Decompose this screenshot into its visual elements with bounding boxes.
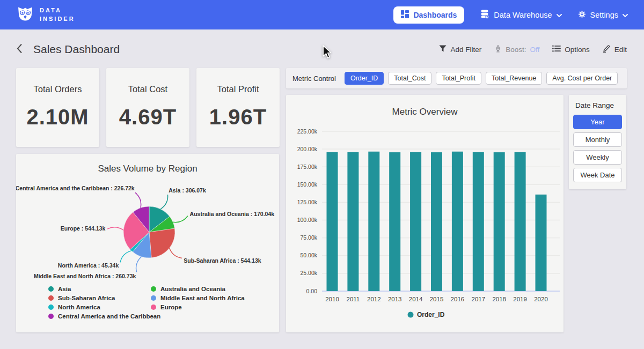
header-actions: Add Filter Boost: Off — [439, 44, 627, 54]
date-range-year[interactable]: Year — [573, 115, 622, 129]
date-range-week-date[interactable]: Week Date — [573, 168, 622, 182]
pie-slice-sub-saharan-africa[interactable] — [149, 228, 175, 258]
bar-2018[interactable] — [494, 152, 505, 291]
legend-item-central-america-and-the-caribbean[interactable]: Central America and the Caribbean — [48, 313, 151, 320]
chevron-down-icon — [623, 11, 628, 19]
nav-data-warehouse-label: Data Warehouse — [494, 11, 552, 19]
pie-leader-line — [107, 227, 123, 231]
legend-dot — [151, 286, 156, 292]
metric-chip-order-id[interactable]: Order_ID — [345, 72, 384, 85]
metric-chip-total-cost[interactable]: Total_Cost — [388, 72, 431, 85]
bar-2013[interactable] — [389, 152, 400, 291]
kpi-value: 1.96T — [209, 105, 267, 129]
pie-label-sub-saharan-africa: Sub-Saharan Africa : 544.13k — [184, 257, 261, 264]
metric-overview-card: Metric Overview 0.0025.00k50.00k75.00k10… — [286, 95, 564, 332]
date-range-label: Date Range — [575, 101, 622, 109]
database-icon — [480, 10, 489, 20]
kpi-label: Total Profit — [217, 84, 259, 94]
add-filter-button[interactable]: Add Filter — [439, 45, 481, 54]
legend-dot — [48, 295, 54, 301]
metric-chip-avg-cost-per-order[interactable]: Avg. Cost per Order — [546, 72, 618, 85]
kpi-card-total-orders: Total Orders 2.10M — [16, 68, 99, 147]
bar-legend-dot — [408, 312, 414, 318]
options-list-icon — [552, 45, 561, 54]
y-tick-label: 50.00k — [300, 252, 317, 258]
bar-2011[interactable] — [347, 152, 358, 291]
legend-label: North America — [58, 304, 100, 310]
pie-legend: AsiaAustralia and OceaniaSub-Saharan Afr… — [48, 286, 245, 320]
bar-2012[interactable] — [368, 152, 379, 291]
back-button[interactable] — [15, 42, 24, 56]
gear-icon — [578, 10, 586, 20]
brand[interactable]: DATA INSIDER — [16, 5, 75, 25]
legend-item-asia[interactable]: Asia — [48, 286, 151, 292]
legend-dot — [151, 295, 156, 301]
legend-item-europe[interactable]: Europe — [151, 304, 245, 310]
nav-data-warehouse-button[interactable]: Data Warehouse — [480, 10, 561, 20]
boost-state: Off — [530, 46, 539, 54]
x-tick-label: 2018 — [492, 296, 506, 302]
bar-chart-svg: 0.0025.00k50.00k75.00k100.00k125.00k150.… — [286, 121, 564, 324]
legend-item-australia-and-oceania[interactable]: Australia and Oceania — [151, 286, 245, 292]
filter-funnel-icon — [439, 45, 447, 54]
legend-label: Europe — [160, 304, 182, 310]
metric-control-options: Order_IDTotal_CostTotal_ProfitTotal_Reve… — [345, 72, 618, 85]
legend-label: Australia and Oceania — [160, 286, 225, 292]
chevron-down-icon — [557, 11, 562, 19]
back-chevron-icon — [16, 43, 23, 55]
metric-control-bar: Metric Control Order_IDTotal_CostTotal_P… — [286, 68, 627, 88]
bar-2017[interactable] — [473, 152, 484, 291]
date-range-panel: Date Range YearMonthlyWeeklyWeek Date — [569, 95, 626, 189]
bar-2020[interactable] — [536, 195, 547, 291]
kpi-value: 2.10M — [26, 105, 89, 129]
edit-button[interactable]: Edit — [603, 44, 627, 54]
pie-label-central-america-and-the-caribbean: Central America and the Caribbean : 226.… — [16, 185, 135, 191]
metric-control-label: Metric Control — [292, 75, 336, 83]
nav-dashboards-button[interactable]: Dashboards — [393, 6, 464, 24]
legend-dot — [48, 305, 54, 310]
nav-settings-label: Settings — [590, 11, 618, 19]
x-tick-label: 2013 — [388, 296, 402, 302]
nav-settings-button[interactable]: Settings — [578, 10, 628, 20]
legend-dot — [48, 314, 54, 319]
y-tick-label: 25.00k — [300, 270, 317, 276]
date-range-weekly[interactable]: Weekly — [573, 150, 622, 165]
pie-label-north-america: North America : 45.34k — [58, 262, 119, 269]
bar-2016[interactable] — [452, 152, 463, 291]
legend-item-middle-east-and-north-africa[interactable]: Middle East and North Africa — [151, 295, 245, 301]
kpi-card-total-cost: Total Cost 4.69T — [106, 68, 189, 147]
kpi-label: Total Cost — [128, 84, 167, 94]
owl-logo-icon — [16, 5, 34, 25]
nav-dashboards-label: Dashboards — [413, 11, 457, 19]
legend-item-north-america[interactable]: North America — [48, 304, 151, 310]
pie-leader-line — [136, 257, 142, 272]
metric-chip-total-profit[interactable]: Total_Profit — [436, 72, 481, 85]
options-button[interactable]: Options — [552, 45, 590, 54]
legend-label: Central America and the Caribbean — [58, 313, 160, 320]
y-tick-label: 125.00k — [297, 199, 318, 205]
bar-2015[interactable] — [431, 152, 442, 291]
pie-leader-line — [160, 195, 167, 209]
x-tick-label: 2017 — [472, 296, 486, 302]
legend-dot — [48, 286, 54, 292]
page-header: Sales Dashboard Add Filter Boost: Off — [15, 41, 627, 58]
bar-legend-label[interactable]: Order_ID — [417, 311, 445, 318]
y-tick-label: 75.00k — [300, 234, 317, 241]
bar-2010[interactable] — [327, 152, 338, 291]
kpi-label: Total Orders — [34, 84, 82, 94]
legend-label: Sub-Saharan Africa — [58, 295, 115, 301]
legend-item-sub-saharan-africa[interactable]: Sub-Saharan Africa — [48, 295, 151, 301]
bar-2019[interactable] — [515, 152, 526, 291]
boost-toggle[interactable]: Boost: Off — [494, 45, 539, 54]
x-tick-label: 2012 — [367, 296, 381, 302]
x-tick-label: 2010 — [325, 296, 339, 302]
x-tick-label: 2015 — [430, 296, 444, 302]
pie-label-asia: Asia : 306.07k — [169, 187, 206, 194]
navbar-menu: Dashboards Data Warehouse — [393, 6, 628, 24]
page-title: Sales Dashboard — [33, 43, 120, 56]
kpi-value: 4.69T — [119, 105, 177, 129]
metric-chip-total-revenue[interactable]: Total_Revenue — [486, 72, 542, 85]
pie-leader-line — [135, 192, 141, 207]
bar-2014[interactable] — [410, 152, 421, 291]
date-range-monthly[interactable]: Monthly — [573, 132, 622, 147]
